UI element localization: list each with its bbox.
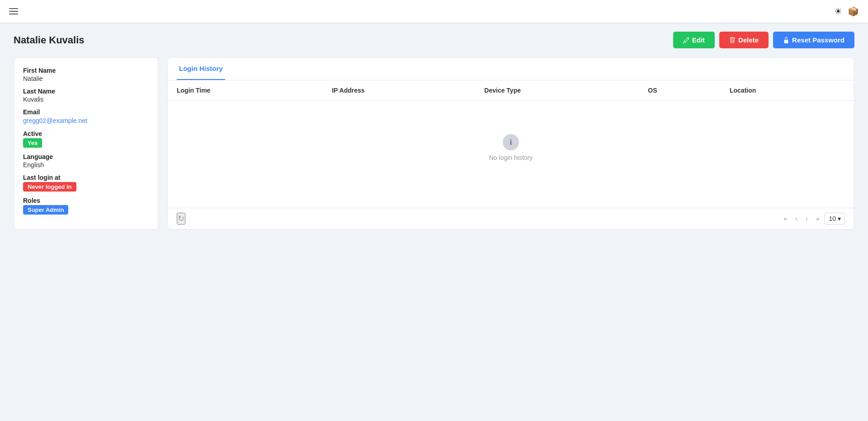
last-page-button[interactable]: » — [813, 213, 822, 224]
email-label: Email — [23, 108, 149, 116]
pagination-bar: ↻ « ‹ › » 10 ▾ — [168, 208, 854, 229]
col-os: OS — [639, 80, 721, 101]
topbar-right: ☀ 📦 — [834, 6, 859, 17]
col-location: Location — [721, 80, 854, 101]
table-body: i No login history — [168, 101, 854, 195]
active-badge: Yes — [23, 138, 42, 148]
last-login-group: Last login at Never logged in — [23, 174, 149, 192]
content-row: First Name Natalie Last Name Kuvalis Ema… — [14, 57, 854, 229]
empty-state-row: i No login history — [168, 101, 854, 195]
email-group: Email gregg02@example.net — [23, 108, 149, 125]
edit-label: Edit — [692, 36, 705, 44]
col-login-time: Login Time — [168, 80, 323, 101]
info-circle-icon: i — [503, 134, 519, 150]
page-header: Natalie Kuvalis Edit Delete Reset Pass — [14, 32, 854, 48]
pagination-controls: « ‹ › » 10 ▾ — [781, 213, 845, 225]
last-name-label: Last Name — [23, 88, 149, 95]
lock-icon — [783, 37, 789, 43]
delete-icon — [729, 37, 736, 43]
main-container: Natalie Kuvalis Edit Delete Reset Pass — [0, 23, 868, 239]
first-page-button[interactable]: « — [781, 213, 790, 224]
theme-toggle-icon[interactable]: ☀ — [834, 6, 842, 17]
hamburger-menu-icon[interactable] — [9, 8, 18, 14]
tab-login-history[interactable]: Login History — [177, 58, 225, 80]
last-name-group: Last Name Kuvalis — [23, 88, 149, 103]
next-page-button[interactable]: › — [803, 213, 811, 224]
empty-state-text: No login history — [489, 154, 533, 161]
language-label: Language — [23, 153, 149, 160]
language-group: Language English — [23, 153, 149, 168]
first-name-value: Natalie — [23, 75, 149, 82]
email-value[interactable]: gregg02@example.net — [23, 117, 87, 124]
col-device-type: Device Type — [475, 80, 639, 101]
edit-button[interactable]: Edit — [673, 32, 715, 48]
topbar-left — [9, 8, 18, 14]
page-size-chevron-icon: ▾ — [838, 215, 841, 222]
header-actions: Edit Delete Reset Password — [673, 32, 854, 48]
active-group: Active Yes — [23, 130, 149, 148]
table-header-row: Login Time IP Address Device Type OS Loc… — [168, 80, 854, 101]
table-head: Login Time IP Address Device Type OS Loc… — [168, 80, 854, 101]
roles-label: Roles — [23, 197, 149, 204]
delete-button[interactable]: Delete — [719, 32, 769, 48]
first-name-group: First Name Natalie — [23, 67, 149, 82]
first-name-label: First Name — [23, 67, 149, 74]
roles-group: Roles Super Admin — [23, 197, 149, 215]
cube-icon[interactable]: 📦 — [848, 6, 859, 17]
last-login-label: Last login at — [23, 174, 149, 181]
tab-bar: Login History — [168, 58, 854, 80]
login-history-table: Login Time IP Address Device Type OS Loc… — [168, 80, 854, 195]
page-size-selector[interactable]: 10 ▾ — [825, 213, 845, 225]
empty-state: i No login history — [177, 107, 845, 188]
last-login-badge: Never logged in — [23, 182, 76, 192]
prev-page-button[interactable]: ‹ — [793, 213, 800, 224]
refresh-button[interactable]: ↻ — [177, 213, 185, 225]
reset-password-label: Reset Password — [792, 36, 844, 44]
topbar: ☀ 📦 — [0, 0, 868, 23]
active-label: Active — [23, 130, 149, 137]
user-card: First Name Natalie Last Name Kuvalis Ema… — [14, 57, 158, 229]
col-ip-address: IP Address — [323, 80, 475, 101]
last-name-value: Kuvalis — [23, 96, 149, 103]
page-title: Natalie Kuvalis — [14, 34, 85, 46]
edit-icon — [683, 37, 689, 43]
empty-state-cell: i No login history — [168, 101, 854, 195]
reset-password-button[interactable]: Reset Password — [773, 32, 854, 48]
table-container: Login Time IP Address Device Type OS Loc… — [168, 80, 854, 208]
language-value: English — [23, 161, 149, 168]
roles-badge: Super Admin — [23, 205, 68, 215]
delete-label: Delete — [738, 36, 759, 44]
login-history-panel: Login History Login Time IP Address Devi… — [167, 57, 854, 229]
page-size-value: 10 — [829, 215, 836, 222]
